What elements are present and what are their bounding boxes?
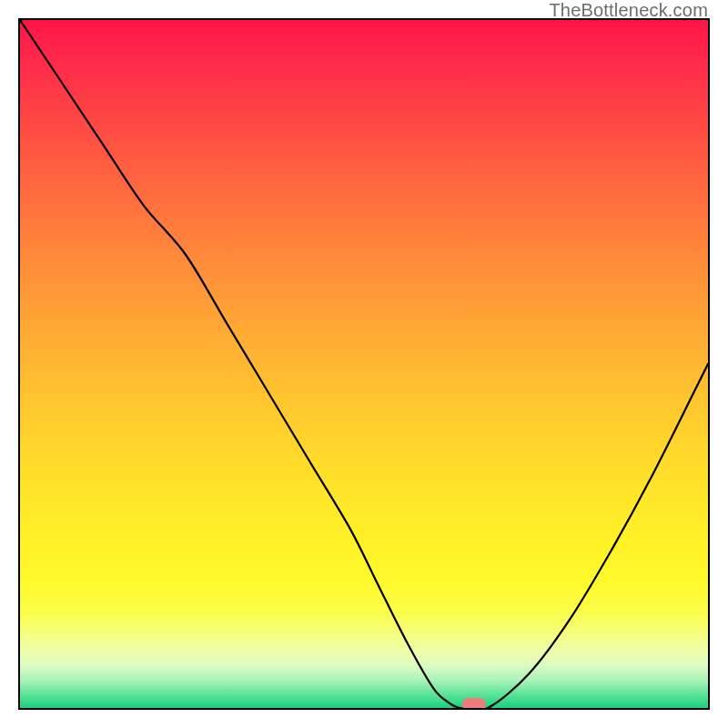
- curve-layer: [20, 20, 708, 708]
- bottleneck-curve-path: [20, 20, 708, 708]
- plot-area: [18, 18, 710, 710]
- optimum-marker: [462, 698, 486, 710]
- bottleneck-chart: TheBottleneck.com: [0, 0, 728, 728]
